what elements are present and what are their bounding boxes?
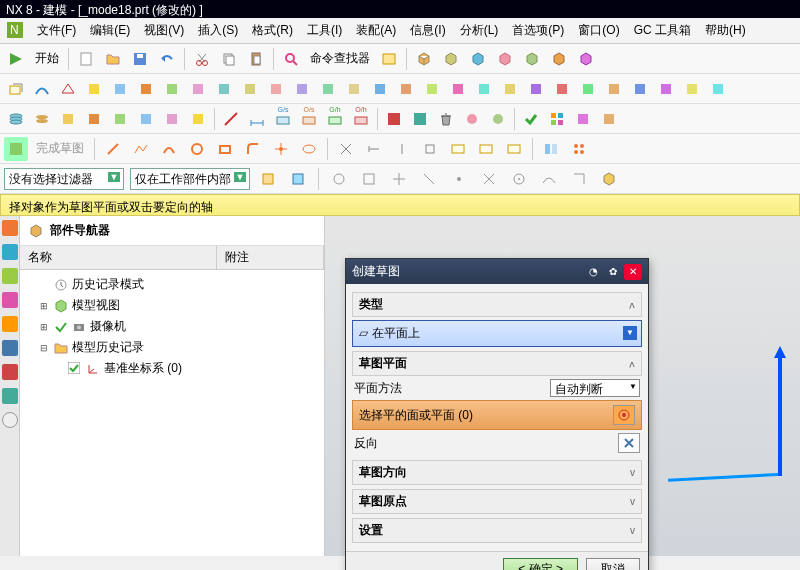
ok-button[interactable]: < 确定 >	[503, 558, 578, 570]
feature-icon[interactable]	[342, 77, 366, 101]
section-type[interactable]: 类型ʌ	[352, 292, 642, 317]
measure-icon[interactable]	[245, 107, 269, 131]
fillet-icon[interactable]	[241, 137, 265, 161]
save-icon[interactable]	[128, 47, 152, 71]
feature-icon[interactable]	[264, 77, 288, 101]
section-plane[interactable]: 草图平面ʌ	[352, 351, 642, 376]
cube-icon-3[interactable]	[466, 47, 490, 71]
check-icon[interactable]	[519, 107, 543, 131]
color-icon[interactable]	[382, 107, 406, 131]
open-folder-icon[interactable]	[101, 47, 125, 71]
menu-help[interactable]: 帮助(H)	[700, 20, 751, 41]
finish-sketch-icon[interactable]	[4, 137, 28, 161]
feature-icon[interactable]	[602, 77, 626, 101]
menu-file[interactable]: 文件(F)	[32, 20, 81, 41]
dialog-gear-icon[interactable]: ✿	[604, 264, 622, 280]
point-icon[interactable]	[269, 137, 293, 161]
paste-icon[interactable]	[244, 47, 268, 71]
feature-icon[interactable]	[628, 77, 652, 101]
scope-combo[interactable]: 仅在工作部件内部	[130, 168, 250, 190]
feature-icon[interactable]	[446, 77, 470, 101]
gds-icon[interactable]: G/s	[271, 107, 295, 131]
tool-icon[interactable]	[82, 107, 106, 131]
cmd-finder-dropdown-icon[interactable]	[377, 47, 401, 71]
section-origin[interactable]: 草图原点v	[352, 489, 642, 514]
line-icon[interactable]	[101, 137, 125, 161]
curve-icon[interactable]	[30, 77, 54, 101]
cube-icon-6[interactable]	[547, 47, 571, 71]
dialog-help-icon[interactable]: ◔	[584, 264, 602, 280]
mirror-icon[interactable]	[539, 137, 563, 161]
tool-icon[interactable]	[597, 107, 621, 131]
snap-icon[interactable]	[477, 167, 501, 191]
tool-icon[interactable]	[134, 107, 158, 131]
feature-icon[interactable]	[394, 77, 418, 101]
tool-icon[interactable]	[108, 107, 132, 131]
select-face-row[interactable]: 选择平的面或平面 (0)	[352, 400, 642, 430]
cube-icon-4[interactable]	[493, 47, 517, 71]
nav-tab-icon[interactable]	[2, 340, 18, 356]
menu-info[interactable]: 信息(I)	[405, 20, 450, 41]
gds-icon[interactable]: O/s	[297, 107, 321, 131]
tool-icon[interactable]	[571, 107, 595, 131]
feature-icon[interactable]	[368, 77, 392, 101]
sel-icon[interactable]	[256, 167, 280, 191]
dim-icon[interactable]	[502, 137, 526, 161]
snap-icon[interactable]	[327, 167, 351, 191]
menu-window[interactable]: 窗口(O)	[573, 20, 624, 41]
snap-icon[interactable]	[357, 167, 381, 191]
snap-icon[interactable]	[567, 167, 591, 191]
tool-icon[interactable]	[460, 107, 484, 131]
feature-icon[interactable]	[108, 77, 132, 101]
circle-icon[interactable]	[185, 137, 209, 161]
tool-icon[interactable]	[56, 107, 80, 131]
ellipse-icon[interactable]	[297, 137, 321, 161]
cube-icon-5[interactable]	[520, 47, 544, 71]
feature-icon[interactable]	[680, 77, 704, 101]
grid-icon[interactable]	[545, 107, 569, 131]
checkbox-icon[interactable]	[68, 362, 82, 376]
pattern-icon[interactable]	[567, 137, 591, 161]
feature-icon[interactable]	[706, 77, 730, 101]
constraint-icon[interactable]	[334, 137, 358, 161]
plane-method-combo[interactable]: 自动判断	[550, 379, 640, 397]
reverse-icon[interactable]	[618, 433, 640, 453]
constraint-icon[interactable]	[418, 137, 442, 161]
menu-format[interactable]: 格式(R)	[247, 20, 298, 41]
rect-icon[interactable]	[213, 137, 237, 161]
trash-icon[interactable]	[434, 107, 458, 131]
search-icon[interactable]	[279, 47, 303, 71]
sel-icon[interactable]	[286, 167, 310, 191]
measure-icon[interactable]	[219, 107, 243, 131]
tool-icon[interactable]	[160, 107, 184, 131]
cut-icon[interactable]	[190, 47, 214, 71]
dialog-close-icon[interactable]: ✕	[624, 264, 642, 280]
snap-icon[interactable]	[387, 167, 411, 191]
section-settings[interactable]: 设置v	[352, 518, 642, 543]
arc-icon[interactable]	[157, 137, 181, 161]
nav-tab-icon[interactable]	[2, 292, 18, 308]
datum-icon[interactable]	[56, 77, 80, 101]
layers2-icon[interactable]	[30, 107, 54, 131]
type-combo[interactable]: ▱在平面上	[352, 320, 642, 347]
undo-icon[interactable]	[155, 47, 179, 71]
feature-icon[interactable]	[420, 77, 444, 101]
feature-icon[interactable]	[212, 77, 236, 101]
menu-tools[interactable]: 工具(I)	[302, 20, 347, 41]
color-icon[interactable]	[408, 107, 432, 131]
constraint-icon[interactable]	[362, 137, 386, 161]
cube-icon[interactable]	[597, 167, 621, 191]
gds-icon[interactable]: G/h	[323, 107, 347, 131]
cancel-button[interactable]: 取消	[586, 558, 640, 570]
nav-tab-icon[interactable]	[2, 268, 18, 284]
nav-tab-icon[interactable]	[2, 316, 18, 332]
tree-node-model-history[interactable]: ⊟ 模型历史记录	[26, 337, 318, 358]
tree-node-history-mode[interactable]: 历史记录模式	[26, 274, 318, 295]
feature-icon[interactable]	[576, 77, 600, 101]
tree-node-camera[interactable]: ⊞ 摄像机	[26, 316, 318, 337]
menu-edit[interactable]: 编辑(E)	[85, 20, 135, 41]
start-button[interactable]	[4, 47, 28, 71]
new-file-icon[interactable]	[74, 47, 98, 71]
feature-icon[interactable]	[238, 77, 262, 101]
copy-icon[interactable]	[217, 47, 241, 71]
